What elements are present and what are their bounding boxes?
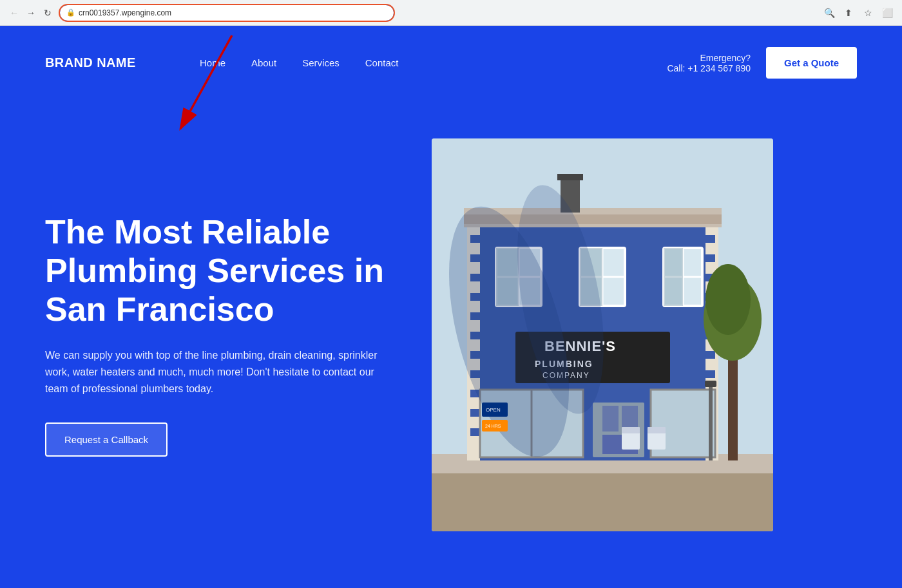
browser-nav-controls: ← → ↻ — [8, 6, 54, 19]
hero-image: BENNIE'S PLUMBING COMPANY — [432, 138, 773, 531]
main-nav: Home About Services Contact — [200, 57, 667, 68]
hero-section: The Most Reliable Plumbing Services in S… — [0, 100, 902, 588]
brand-name: BRAND NAME — [45, 55, 148, 70]
svg-rect-18 — [470, 428, 480, 436]
svg-rect-57 — [602, 406, 619, 432]
back-button[interactable]: ← — [8, 6, 21, 19]
nav-contact[interactable]: Contact — [365, 57, 399, 68]
svg-rect-67 — [622, 432, 640, 450]
emergency-info: Emergency? Call: +1 234 567 890 — [667, 53, 751, 73]
svg-rect-20 — [705, 254, 715, 262]
svg-text:OPEN: OPEN — [486, 407, 501, 413]
svg-rect-75 — [709, 383, 713, 460]
callback-button[interactable]: Request a Callback — [45, 422, 168, 457]
url-text: crn0019357.wpengine.com — [79, 8, 171, 17]
hero-content: The Most Reliable Plumbing Services in S… — [45, 213, 432, 457]
nav-about[interactable]: About — [251, 57, 276, 68]
lock-icon: 🔒 — [66, 8, 75, 17]
hero-title: The Most Reliable Plumbing Services in S… — [45, 213, 406, 328]
svg-rect-26 — [705, 370, 715, 378]
website-content: BRAND NAME Home About Services Contact E… — [0, 26, 902, 588]
svg-rect-48 — [664, 248, 683, 306]
bookmark-button[interactable]: ☆ — [861, 6, 875, 20]
browser-chrome: ← → ↻ 🔒 crn0019357.wpengine.com 🔍 ⬆ ☆ ⬜ — [0, 0, 902, 26]
emergency-label: Emergency? — [667, 53, 751, 63]
svg-rect-19 — [705, 235, 715, 243]
zoom-button[interactable]: 🔍 — [822, 6, 836, 20]
svg-text:24 HRS: 24 HRS — [485, 424, 501, 428]
share-button[interactable]: ⬆ — [841, 6, 856, 20]
svg-rect-68 — [648, 432, 666, 450]
forward-button[interactable]: → — [24, 6, 37, 19]
svg-point-66 — [705, 264, 751, 335]
site-header: BRAND NAME Home About Services Contact E… — [0, 26, 902, 100]
reload-button[interactable]: ↻ — [41, 6, 54, 19]
svg-rect-17 — [470, 409, 480, 417]
svg-rect-25 — [705, 351, 715, 359]
svg-rect-70 — [648, 427, 666, 433]
get-quote-button[interactable]: Get a Quote — [766, 47, 857, 79]
nav-services[interactable]: Services — [302, 57, 340, 68]
emergency-phone: Call: +1 234 567 890 — [667, 63, 751, 73]
nav-home[interactable]: Home — [200, 57, 225, 68]
address-bar[interactable]: 🔒 crn0019357.wpengine.com — [59, 5, 394, 21]
browser-actions: 🔍 ⬆ ☆ ⬜ — [822, 6, 894, 20]
svg-rect-69 — [622, 427, 640, 433]
svg-rect-76 — [705, 381, 716, 387]
hero-description: We can supply you with top of the line p… — [45, 347, 380, 398]
extensions-area: ⬜ — [880, 6, 894, 20]
svg-rect-33 — [557, 174, 583, 180]
